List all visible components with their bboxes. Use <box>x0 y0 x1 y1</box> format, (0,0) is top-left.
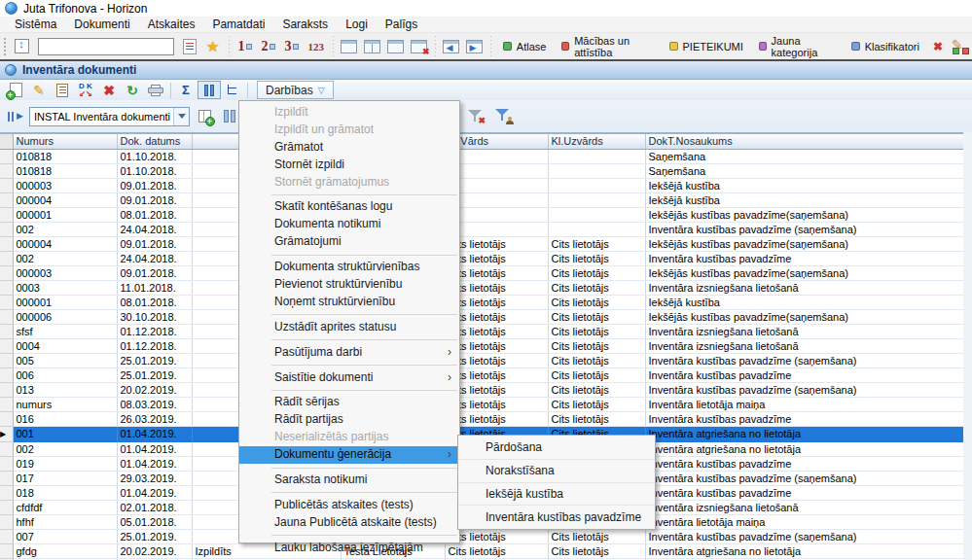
table-row[interactable]: numurs08.03.2019.Cits lietotājsCits liet… <box>0 397 963 411</box>
cell[interactable] <box>548 192 645 207</box>
panel-toggle-button[interactable] <box>12 36 33 57</box>
cell[interactable]: Inventāra kustības pavadzīme (saņemšana) <box>645 382 963 397</box>
edit-document-button[interactable]: ✎ <box>27 81 51 99</box>
menu-item-storn-t-izpildi[interactable]: Stornēt izpildi <box>239 157 459 174</box>
split-windows-button[interactable] <box>362 36 383 57</box>
quick-button-jauna-kategorija[interactable]: Jauna kategorija <box>759 35 836 58</box>
refresh-button[interactable]: ↻ <box>121 81 144 99</box>
cell[interactable]: Inventāra atgriešana no lietotāja <box>645 426 963 441</box>
cell[interactable]: Inventāra kustības pavadzīme <box>645 251 963 265</box>
cell[interactable]: Inventāra kustības pavadzīme <box>645 411 963 426</box>
cell[interactable]: Inventāra kustības pavadzīme <box>645 368 963 382</box>
cell[interactable]: 000001 <box>13 207 117 222</box>
cell[interactable]: 016 <box>13 411 117 426</box>
cell[interactable]: 002 <box>13 251 117 265</box>
menu-item-jauna-public-t-atskaite-tests[interactable]: Jauna Publicētā atskaite (tests) <box>239 514 459 532</box>
column-header-dok-datums[interactable]: Dok. datums <box>117 134 192 149</box>
table-row[interactable]: 00224.04.2018.Cits lietotājsCits lietotā… <box>0 251 963 265</box>
cell[interactable]: Inventāra lietotāja maiņa <box>645 397 963 411</box>
cell[interactable]: Inventāra kustības pavadzīme <box>645 485 963 500</box>
menu-item-uzst-d-t-aprites-statusu[interactable]: Uzstādīt aprites statusu <box>239 319 459 336</box>
cell[interactable]: Saņemšana <box>645 149 963 163</box>
favorites-button[interactable]: ★ <box>202 36 224 57</box>
menu-item-saraksta-notikumi[interactable]: Saraksta notikumi <box>239 472 459 489</box>
cell[interactable]: Inventāra kustības pavadzīme (saņemšana) <box>645 471 963 485</box>
table-row[interactable]: 01626.03.2019.Cits lietotājsCits lietotā… <box>0 411 963 426</box>
apply-profile-button[interactable] <box>8 107 29 126</box>
cell[interactable]: 000004 <box>13 192 117 207</box>
cell[interactable]: Iekšējās kustības pavadzīme(saņemšana) <box>645 309 963 324</box>
add-profile-button[interactable]: + <box>194 107 215 126</box>
quick-search-input[interactable] <box>38 38 174 55</box>
cell[interactable]: Cits lietotājs <box>548 397 645 411</box>
cell[interactable]: Iekšējās kustības pavadzīme(saņemšana) <box>645 265 963 280</box>
cell[interactable]: Inventāra atgriešana no lietotāja <box>645 543 963 558</box>
cell[interactable]: Inventāra izsniegšana lietošanā <box>645 280 963 295</box>
filter-profile-combobox[interactable]: INSTAL Inventāra dokumenti <box>29 107 190 126</box>
cell[interactable]: 25.01.2019. <box>117 368 192 382</box>
copy-document-button[interactable] <box>51 81 74 99</box>
table-row[interactable]: 00224.04.2018.Inventāra kustības pavadzī… <box>0 222 963 236</box>
submenu-item-iek-j-kust-ba[interactable]: Iekšējā kustība <box>458 483 655 507</box>
cell[interactable]: 24.04.2018. <box>117 222 192 236</box>
table-row[interactable]: 00725.01.2019.Cits lietotājsCits lietotā… <box>0 529 963 543</box>
cell[interactable] <box>548 149 645 163</box>
menubar-item-saraksts[interactable]: Saraksts <box>273 18 337 31</box>
cell[interactable]: Cits lietotājs <box>548 309 645 324</box>
column-setup-button[interactable] <box>219 107 240 126</box>
menubar-item-pal-gs[interactable]: Palīgs <box>377 18 426 31</box>
quick-button-klasifikatori[interactable]: Klasifikatori <box>851 41 919 52</box>
quick-button-pieteikumi[interactable]: PIETEIKUMI <box>669 41 743 52</box>
submenu-item-invent-ra-kust-bas-pavadz-me[interactable]: Inventāra kustības pavadzīme <box>458 506 655 528</box>
menubar-item-pamatdati[interactable]: Pamatdati <box>203 18 273 31</box>
cell[interactable]: 01.04.2019. <box>117 456 192 471</box>
cell[interactable] <box>548 178 645 192</box>
table-row[interactable]: 00000630.10.2018.Cits lietotājsCits liet… <box>0 309 963 324</box>
cell[interactable]: Cits lietotājs <box>548 338 645 353</box>
cell[interactable]: 000003 <box>13 265 117 280</box>
cell[interactable]: 01.04.2019. <box>117 426 192 441</box>
menu-item-lauku-labo-ana-iez-m-taj-m-rind-m[interactable]: Lauku labošana iezīmētajām rindām <box>239 540 459 557</box>
cell[interactable]: 01.04.2019. <box>117 485 192 500</box>
menu-item-gr-matot[interactable]: Grāmatot <box>239 139 459 157</box>
menubar-item-dokumenti[interactable]: Dokumenti <box>65 18 138 31</box>
cell[interactable]: 01.12.2018. <box>117 338 192 353</box>
table-row[interactable]: 00000309.01.2018.Iekšējā kustība <box>0 178 963 192</box>
cell[interactable]: 25.01.2019. <box>117 353 192 368</box>
menu-item-dokumenta-notikumi[interactable]: Dokumenta notikumi <box>239 216 459 233</box>
submenu-item-norakst-ana[interactable]: Norakstīšana <box>458 460 655 483</box>
delete-document-button[interactable]: ✖ <box>97 81 121 99</box>
cell[interactable]: Inventāra izsniegšana lietošanā <box>645 500 963 514</box>
cell[interactable]: 09.01.2018. <box>117 192 192 207</box>
cell[interactable]: 019 <box>13 456 117 471</box>
cell[interactable]: 08.01.2018. <box>117 207 192 222</box>
cell[interactable]: 018 <box>13 485 117 500</box>
table-row[interactable]: 00000409.01.2018.Iekšējā kustība <box>0 192 963 207</box>
next-window-button[interactable]: ▶ <box>464 36 486 57</box>
cell[interactable]: Iekšējā kustība <box>645 192 963 207</box>
cell[interactable]: Cits lietotājs <box>548 382 645 397</box>
column-header-dokt-nosaukums[interactable]: DokT.Nosaukums <box>645 134 963 149</box>
cell[interactable]: Cits lietotājs <box>548 295 645 309</box>
cell[interactable]: 0003 <box>13 280 117 295</box>
table-row[interactable]: 01320.02.2019.Cits lietotājsCits lietotā… <box>0 382 963 397</box>
cell[interactable]: Cits lietotājs <box>548 265 645 280</box>
cell[interactable]: numurs <box>13 397 117 411</box>
cell[interactable]: Iekšējā kustība <box>645 178 963 192</box>
menu-item-izpild-t-un-gr-matot[interactable]: Izpildīt un grāmatot <box>239 122 459 139</box>
tile-windows-button[interactable] <box>339 36 360 57</box>
cell[interactable]: Cits lietotājs <box>548 236 645 251</box>
columns-view-button[interactable] <box>198 81 221 99</box>
menu-item-pas-t-juma-darbi[interactable]: Pasūtījuma darbi› <box>239 344 459 362</box>
cell[interactable]: 01.04.2019. <box>117 441 192 456</box>
cell[interactable]: 08.03.2019. <box>117 397 192 411</box>
menubar-item-logi[interactable]: Logi <box>337 18 377 31</box>
cell[interactable]: 006 <box>13 368 117 382</box>
menu-item-dokumentu-ener-cija[interactable]: Dokumentu ģenerācija› <box>239 446 459 464</box>
edit-categories-button[interactable]: ✎ <box>950 36 971 57</box>
column-header-numurs[interactable]: Numurs <box>13 134 117 149</box>
cell[interactable]: 02.01.2018. <box>117 500 192 514</box>
user-filter-button[interactable] <box>492 105 514 124</box>
cell[interactable]: 010818 <box>13 149 117 163</box>
cell[interactable]: 010818 <box>13 163 117 178</box>
